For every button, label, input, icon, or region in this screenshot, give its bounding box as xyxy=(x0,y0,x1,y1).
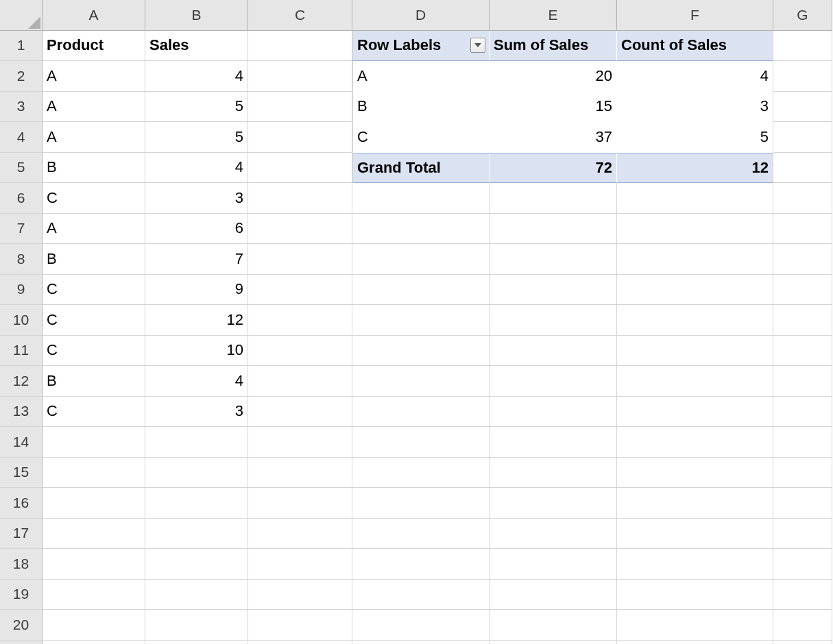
cell-C20[interactable] xyxy=(248,610,352,641)
cell-G4[interactable] xyxy=(773,122,832,153)
cell-D13[interactable] xyxy=(352,397,490,428)
cell-B9[interactable]: 9 xyxy=(145,275,248,306)
cell-B5[interactable]: 4 xyxy=(145,153,248,184)
column-header-E[interactable]: E xyxy=(490,0,617,31)
cell-D8[interactable] xyxy=(352,244,490,275)
row-header-5[interactable]: 5 xyxy=(0,153,43,184)
pivot-header-sum[interactable]: Sum of Sales xyxy=(490,31,617,62)
cell-E19[interactable] xyxy=(490,580,617,610)
cell-E11[interactable] xyxy=(490,336,617,367)
cell-F7[interactable] xyxy=(617,214,773,245)
cell-A20[interactable] xyxy=(43,610,145,641)
cell-B20[interactable] xyxy=(145,610,248,641)
cell-D9[interactable] xyxy=(352,275,490,306)
spreadsheet-grid[interactable]: ABCDEFG1ProductSalesRow LabelsSum of Sal… xyxy=(0,0,833,644)
cell-E18[interactable] xyxy=(490,549,617,580)
cell-D6[interactable] xyxy=(352,183,490,214)
cell-A7[interactable]: A xyxy=(43,214,145,245)
cell-A8[interactable]: B xyxy=(43,244,145,275)
column-header-C[interactable]: C xyxy=(248,0,352,31)
column-header-F[interactable]: F xyxy=(617,0,773,31)
cell-F10[interactable] xyxy=(617,305,773,336)
cell-G7[interactable] xyxy=(773,214,832,245)
cell-D21[interactable] xyxy=(352,641,490,645)
cell-B11[interactable]: 10 xyxy=(145,336,248,367)
cell-D12[interactable] xyxy=(352,366,490,397)
row-header-15[interactable]: 15 xyxy=(0,458,43,488)
cell-E16[interactable] xyxy=(490,488,617,519)
cell-C11[interactable] xyxy=(248,336,352,367)
cell-A3[interactable]: A xyxy=(43,92,145,123)
cell-G3[interactable] xyxy=(773,92,832,123)
cell-B7[interactable]: 6 xyxy=(145,214,248,245)
row-header-10[interactable]: 10 xyxy=(0,305,43,336)
cell-A21[interactable] xyxy=(43,641,145,645)
cell-B2[interactable]: 4 xyxy=(145,61,248,92)
cell-A6[interactable]: C xyxy=(43,183,145,214)
column-header-B[interactable]: B xyxy=(145,0,248,31)
row-header-8[interactable]: 8 xyxy=(0,244,43,275)
pivot-row-count-1[interactable]: 3 xyxy=(617,92,773,123)
cell-G13[interactable] xyxy=(773,397,832,428)
cell-A12[interactable]: B xyxy=(43,366,145,397)
pivot-row-count-0[interactable]: 4 xyxy=(617,61,773,92)
cell-F11[interactable] xyxy=(617,336,773,367)
cell-G19[interactable] xyxy=(773,580,832,610)
cell-B16[interactable] xyxy=(145,488,248,519)
cell-C8[interactable] xyxy=(248,244,352,275)
cell-E21[interactable] xyxy=(490,641,617,645)
cell-C10[interactable] xyxy=(248,305,352,336)
cell-D18[interactable] xyxy=(352,549,490,580)
cell-B15[interactable] xyxy=(145,458,248,488)
cell-A17[interactable] xyxy=(43,519,145,549)
cell-C3[interactable] xyxy=(248,92,352,123)
cell-B4[interactable]: 5 xyxy=(145,122,248,153)
cell-G18[interactable] xyxy=(773,549,832,580)
row-header-18[interactable]: 18 xyxy=(0,549,43,580)
cell-E13[interactable] xyxy=(490,397,617,428)
cell-B1[interactable]: Sales xyxy=(145,31,248,62)
cell-C13[interactable] xyxy=(248,397,352,428)
cell-F6[interactable] xyxy=(617,183,773,214)
row-header-20[interactable]: 20 xyxy=(0,610,43,641)
cell-B13[interactable]: 3 xyxy=(145,397,248,428)
cell-G12[interactable] xyxy=(773,366,832,397)
cell-F20[interactable] xyxy=(617,610,773,641)
row-header-19[interactable]: 19 xyxy=(0,580,43,610)
cell-D14[interactable] xyxy=(352,427,490,458)
column-header-G[interactable]: G xyxy=(773,0,832,31)
cell-C5[interactable] xyxy=(248,153,352,184)
cell-F9[interactable] xyxy=(617,275,773,306)
column-header-A[interactable]: A xyxy=(43,0,145,31)
cell-E6[interactable] xyxy=(490,183,617,214)
pivot-header-row-labels[interactable]: Row Labels xyxy=(352,31,490,62)
cell-G11[interactable] xyxy=(773,336,832,367)
pivot-row-count-2[interactable]: 5 xyxy=(617,122,773,153)
cell-B12[interactable]: 4 xyxy=(145,366,248,397)
cell-A16[interactable] xyxy=(43,488,145,519)
cell-C12[interactable] xyxy=(248,366,352,397)
cell-E15[interactable] xyxy=(490,458,617,488)
cell-G15[interactable] xyxy=(773,458,832,488)
cell-A1[interactable]: Product xyxy=(43,31,145,62)
cell-C18[interactable] xyxy=(248,549,352,580)
row-header-16[interactable]: 16 xyxy=(0,488,43,519)
cell-C15[interactable] xyxy=(248,458,352,488)
cell-F13[interactable] xyxy=(617,397,773,428)
cell-C1[interactable] xyxy=(248,31,352,62)
cell-G14[interactable] xyxy=(773,427,832,458)
cell-A10[interactable]: C xyxy=(43,305,145,336)
cell-G6[interactable] xyxy=(773,183,832,214)
cell-C9[interactable] xyxy=(248,275,352,306)
cell-A9[interactable]: C xyxy=(43,275,145,306)
cell-C4[interactable] xyxy=(248,122,352,153)
row-header-14[interactable]: 14 xyxy=(0,427,43,458)
cell-C17[interactable] xyxy=(248,519,352,549)
cell-B14[interactable] xyxy=(145,427,248,458)
row-header-12[interactable]: 12 xyxy=(0,366,43,397)
cell-B18[interactable] xyxy=(145,549,248,580)
cell-E14[interactable] xyxy=(490,427,617,458)
cell-F8[interactable] xyxy=(617,244,773,275)
pivot-total-label[interactable]: Grand Total xyxy=(352,153,490,184)
cell-A4[interactable]: A xyxy=(43,122,145,153)
